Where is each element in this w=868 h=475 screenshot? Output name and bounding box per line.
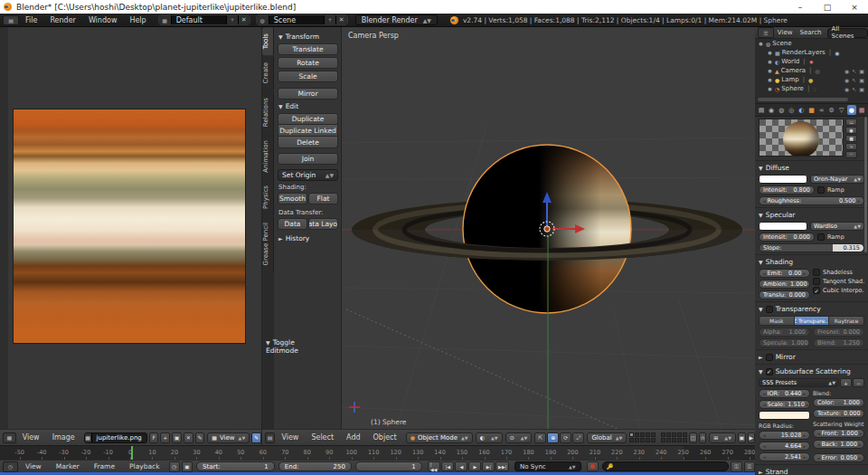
render-tab[interactable]: ◉ <box>767 105 776 115</box>
play-reverse-button[interactable]: ◀ <box>455 461 467 471</box>
mirror-panel-header[interactable]: ►Mirror <box>759 352 864 362</box>
mask-button[interactable]: Mask <box>759 316 795 326</box>
layout-add-button[interactable]: ＋ <box>226 15 238 24</box>
outliner-menu-view[interactable]: View <box>774 29 797 36</box>
expand-toggle-icon[interactable]: ● <box>767 68 773 73</box>
record-button[interactable] <box>587 461 599 471</box>
editor-type-icon[interactable]: ▤ <box>3 15 19 25</box>
translucency-field[interactable]: Translu:0.000 <box>759 290 810 299</box>
image-datablock-selector[interactable]: ▦ jupiterlike.png <box>84 432 147 443</box>
view3d-menu-object[interactable]: Object <box>367 433 403 442</box>
layer-button[interactable] <box>672 432 676 437</box>
sss-front-field[interactable]: ◂Front:1.000▸ <box>813 429 864 438</box>
mirror-checkbox[interactable] <box>766 354 773 361</box>
image-menu-view[interactable]: View <box>16 433 46 442</box>
lock-to-scene-button[interactable]: ◫ <box>689 432 696 443</box>
diffuse-color-swatch[interactable] <box>759 175 807 184</box>
shadeless-checkbox[interactable] <box>813 269 820 276</box>
editor-selector[interactable]: ▤ <box>757 105 766 115</box>
specular-shader-dropdown[interactable]: WardIso▲▼ <box>810 222 864 231</box>
timeline-menu-marker[interactable]: Marker <box>49 462 87 470</box>
diffuse-ramp-row[interactable]: Ramp <box>817 186 864 194</box>
play-button[interactable]: ▶ <box>468 461 481 471</box>
toolshelf-tab-relations[interactable]: Relations <box>262 91 274 133</box>
cubic-interpolation-row[interactable]: ✓Cubic Interpo... <box>813 287 864 294</box>
sss-ior-field[interactable]: ◂IOR:0.440▸ <box>759 389 810 398</box>
transparency-panel-header[interactable]: ▼Transparency <box>759 304 864 314</box>
set-origin-dropdown[interactable]: Set Origin▲▼ <box>278 169 338 181</box>
timeline-menu-frame[interactable]: Frame <box>87 462 122 470</box>
tangent-checkbox[interactable] <box>813 278 820 285</box>
smooth-button[interactable]: Smooth <box>278 193 307 204</box>
material-tab[interactable]: ● <box>847 105 856 115</box>
timeline-editor-type-icon[interactable]: ◷ <box>3 461 18 472</box>
selectability-cursor-icon[interactable]: ↖ <box>852 68 856 74</box>
delete-keyframe-button[interactable]: ⚿ <box>744 461 755 472</box>
expand-toggle-icon[interactable]: ● <box>758 41 764 46</box>
render-engine-selector[interactable]: Blender Render▲▼ <box>355 14 438 25</box>
toolshelf-tab-create[interactable]: Create <box>262 56 274 90</box>
ramp-checkbox[interactable] <box>817 233 825 241</box>
sss-color-swatch[interactable] <box>759 411 810 420</box>
viewport-3d[interactable]: Camera Persp (1) Sphere <box>342 27 755 429</box>
new-image-button[interactable]: + <box>160 432 170 443</box>
insert-keyframe-button[interactable]: ⚿ <box>731 461 741 472</box>
manipulator-translate-button[interactable]: ⇱ <box>534 432 546 443</box>
layer-button[interactable] <box>629 432 634 437</box>
roughness-slider[interactable]: ◂Roughness:0.500▸ <box>759 196 864 205</box>
diffuse-panel-header[interactable]: ▼Diffuse <box>759 163 864 173</box>
menu-file[interactable]: File <box>19 16 43 24</box>
sss-presets-dropdown[interactable]: SSS Presets▲▼ <box>759 378 839 387</box>
visibility-eye-icon[interactable]: ◉ <box>844 77 849 83</box>
tangent-shading-row[interactable]: Tangent Shad... <box>813 278 864 285</box>
toolshelf-tab-grease-pencil[interactable]: Grease Pencil <box>262 216 274 271</box>
constraints-tab[interactable]: ∞ <box>817 105 826 115</box>
join-button[interactable]: Join <box>278 153 338 165</box>
layout-delete-button[interactable]: ✕ <box>238 15 250 24</box>
pin-button[interactable]: ✎ <box>195 432 205 443</box>
toolshelf-tab-physics[interactable]: Physics <box>262 179 274 215</box>
sync-mode-dropdown[interactable]: No Sync▲▼ <box>514 461 581 471</box>
transparency-specular-field[interactable]: Specula:1.000 <box>759 338 810 347</box>
data-tab[interactable]: ▽ <box>837 105 846 115</box>
translate-button[interactable]: Translate <box>278 43 338 55</box>
sss-preset-add-button[interactable]: + <box>840 378 852 387</box>
layer-button[interactable] <box>629 438 634 442</box>
timeline-ruler[interactable]: -50-40-30-20-100102030405060708090100110… <box>0 445 755 460</box>
specular-intensity-field[interactable]: Intensit:0.000 <box>759 233 815 242</box>
layer-button[interactable] <box>677 432 682 437</box>
image-view-mode-dropdown[interactable]: ▦View▲▼ <box>207 432 250 443</box>
renderability-camera-icon[interactable]: ▣ <box>859 86 864 92</box>
jump-to-start-button[interactable]: |◀◀ <box>428 461 441 471</box>
snap-element-dropdown[interactable]: ⊞▲▼ <box>709 432 736 443</box>
layer-button[interactable] <box>666 432 671 437</box>
pivot-point-dropdown[interactable]: ⊙▲▼ <box>505 432 533 443</box>
keying-options-button[interactable]: ▣ <box>182 461 193 472</box>
delete-button[interactable]: Delete <box>278 137 338 148</box>
cubic-checkbox[interactable]: ✓ <box>813 287 820 294</box>
world-tab[interactable]: ◐ <box>797 105 806 115</box>
maximize-button[interactable]: □ <box>814 3 841 12</box>
sss-checkbox[interactable]: ✓ <box>766 368 773 375</box>
expand-toggle-icon[interactable]: ● <box>767 86 773 91</box>
scene-tab[interactable]: ◎ <box>787 105 796 115</box>
preview-cube-button[interactable]: ■ <box>845 135 857 142</box>
paint-mode-button[interactable]: ✎ <box>251 432 261 443</box>
opengl-render-button[interactable]: ▣ <box>738 432 745 443</box>
history-panel-header[interactable]: ►History <box>278 234 338 242</box>
manipulator-rotate-button[interactable]: ⟳ <box>560 432 571 443</box>
sss-error-field[interactable]: ◂Error:0.050▸ <box>813 453 864 462</box>
visibility-eye-icon[interactable]: ◉ <box>844 86 849 92</box>
outliner-row[interactable]: ●◍Scene <box>755 39 868 48</box>
toolshelf-tab-tools[interactable]: Tools <box>262 27 274 55</box>
unlink-image-button[interactable]: ✕ <box>184 432 193 443</box>
outliner-row[interactable]: ●◔Sphere|∵◉↖▣ <box>755 84 868 93</box>
view3d-menu-add[interactable]: Add <box>340 433 367 442</box>
view3d-menu-view[interactable]: View <box>275 433 305 442</box>
scene-add-button[interactable]: ＋ <box>324 15 335 24</box>
preview-hair-button[interactable]: ≈ <box>845 143 857 150</box>
sss-preset-remove-button[interactable]: − <box>853 378 864 387</box>
layer-button[interactable] <box>683 438 687 442</box>
preview-world-button[interactable]: ◠ <box>845 151 857 158</box>
object-tab[interactable]: ■ <box>807 105 816 115</box>
